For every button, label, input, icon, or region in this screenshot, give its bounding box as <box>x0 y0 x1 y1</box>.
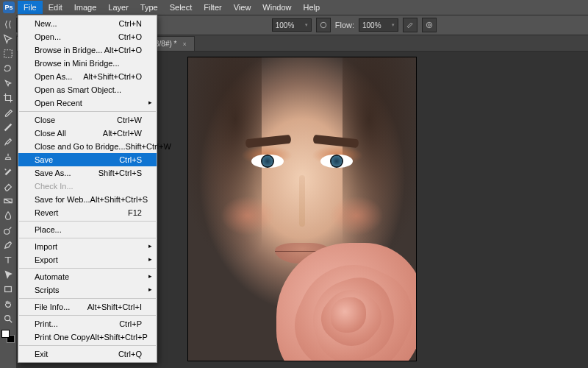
eyedropper-tool[interactable] <box>1 106 15 119</box>
menu-image[interactable]: Image <box>68 1 103 14</box>
brush-tool[interactable] <box>1 135 15 149</box>
eraser-tool[interactable] <box>1 180 15 193</box>
svg-point-2 <box>4 229 10 234</box>
menu-item-label: Open as Smart Object... <box>35 85 121 94</box>
menu-item-shortcut: Shift+Ctrl+S <box>98 169 142 177</box>
menu-separator <box>19 298 156 299</box>
path-select-tool[interactable] <box>1 268 15 281</box>
menu-item-save-for-web[interactable]: Save for Web...Alt+Shift+Ctrl+S <box>18 193 157 206</box>
menu-file[interactable]: File <box>18 1 43 14</box>
menu-item-label: Import <box>35 242 57 251</box>
menu-item-export[interactable]: Export <box>18 253 157 266</box>
hand-tool[interactable] <box>1 297 15 311</box>
menu-item-label: Close All <box>35 129 66 138</box>
close-tab-icon[interactable]: × <box>182 40 186 48</box>
menu-item-open-as-smart-object[interactable]: Open as Smart Object... <box>18 83 157 96</box>
menu-view[interactable]: View <box>228 1 257 14</box>
menu-item-scripts[interactable]: Scripts <box>18 283 157 297</box>
menu-item-save-as[interactable]: Save As...Shift+Ctrl+S <box>18 166 157 180</box>
menu-item-place[interactable]: Place... <box>18 223 157 236</box>
menu-filter[interactable]: Filter <box>198 1 227 14</box>
svg-point-7 <box>426 22 432 28</box>
svg-point-4 <box>5 316 10 321</box>
flow-field[interactable]: 100%▾ <box>359 18 398 32</box>
menu-item-label: Revert <box>35 208 58 217</box>
menu-item-close-and-go-to-bridge[interactable]: Close and Go to Bridge...Shift+Ctrl+W <box>18 140 157 153</box>
menu-item-shortcut: Alt+Shift+Ctrl+O <box>83 72 142 81</box>
menu-item-automate[interactable]: Automate <box>18 270 157 283</box>
opacity-field[interactable]: 100%▾ <box>272 18 312 32</box>
menu-item-label: New... <box>35 19 57 28</box>
gradient-tool[interactable] <box>1 194 15 208</box>
svg-rect-0 <box>4 50 12 58</box>
menu-item-import[interactable]: Import <box>18 240 157 253</box>
menu-layer[interactable]: Layer <box>102 1 135 14</box>
menu-item-open-recent[interactable]: Open Recent <box>18 96 157 110</box>
pressure-size-toggle[interactable] <box>422 18 437 32</box>
type-tool[interactable] <box>1 253 15 266</box>
menu-select[interactable]: Select <box>164 1 198 14</box>
menu-separator <box>19 315 156 316</box>
menu-item-label: Open... <box>35 32 61 41</box>
menu-item-browse-in-mini-bridge[interactable]: Browse in Mini Bridge... <box>18 57 157 70</box>
document-canvas[interactable] <box>188 57 416 361</box>
menu-item-open[interactable]: Open...Ctrl+O <box>18 30 157 43</box>
menu-item-close-all[interactable]: Close AllAlt+Ctrl+W <box>18 127 157 140</box>
menu-item-revert[interactable]: RevertF12 <box>18 206 157 219</box>
menu-item-label: Place... <box>35 225 62 234</box>
menu-type[interactable]: Type <box>135 1 164 14</box>
color-swatches[interactable] <box>1 330 15 343</box>
menu-item-shortcut: Alt+Shift+Ctrl+S <box>90 195 148 204</box>
healing-brush-tool[interactable] <box>1 121 15 134</box>
pressure-opacity-toggle[interactable] <box>316 18 331 32</box>
chevron-down-icon: ▾ <box>305 22 308 28</box>
menu-item-print-one-copy[interactable]: Print One CopyAlt+Shift+Ctrl+P <box>18 330 157 344</box>
menu-item-exit[interactable]: ExitCtrl+Q <box>18 347 157 361</box>
lasso-tool[interactable] <box>1 62 15 75</box>
menu-item-shortcut: Ctrl+Q <box>118 350 142 358</box>
menu-edit[interactable]: Edit <box>43 1 68 14</box>
rectangle-tool[interactable] <box>1 283 15 296</box>
app-logo-icon <box>3 1 15 13</box>
menu-item-label: Exit <box>35 350 48 358</box>
menu-item-check-in: Check In... <box>18 180 157 193</box>
menu-item-open-as[interactable]: Open As...Alt+Shift+Ctrl+O <box>18 70 157 83</box>
menu-item-close[interactable]: CloseCtrl+W <box>18 113 157 127</box>
menu-item-shortcut: Ctrl+P <box>119 319 142 328</box>
menu-item-shortcut: Alt+Ctrl+O <box>104 46 142 54</box>
quick-select-tool[interactable] <box>1 77 15 90</box>
pen-tool[interactable] <box>1 238 15 252</box>
zoom-tool[interactable] <box>1 312 15 325</box>
menu-separator <box>19 111 156 112</box>
blur-tool[interactable] <box>1 209 15 222</box>
menu-item-label: Save for Web... <box>35 195 90 204</box>
svg-point-6 <box>320 22 326 28</box>
history-brush-tool[interactable] <box>1 165 15 178</box>
menu-item-label: Close and Go to Bridge... <box>35 142 126 151</box>
menu-item-save[interactable]: SaveCtrl+S <box>18 153 157 166</box>
menu-separator <box>19 268 156 269</box>
menu-separator <box>19 221 156 222</box>
menu-item-new[interactable]: New...Ctrl+N <box>18 17 157 30</box>
crop-tool[interactable] <box>1 91 15 105</box>
menu-item-shortcut: Alt+Shift+Ctrl+I <box>87 302 142 311</box>
menu-window[interactable]: Window <box>257 1 297 14</box>
flow-label: Flow: <box>335 21 354 29</box>
menu-item-browse-in-bridge[interactable]: Browse in Bridge...Alt+Ctrl+O <box>18 43 157 57</box>
menu-item-file-info[interactable]: File Info...Alt+Shift+Ctrl+I <box>18 300 157 314</box>
foreground-color-swatch[interactable] <box>1 330 10 338</box>
dodge-tool[interactable] <box>1 224 15 237</box>
menu-item-label: Browse in Mini Bridge... <box>35 59 120 68</box>
menu-help[interactable]: Help <box>297 1 326 14</box>
clone-stamp-tool[interactable] <box>1 150 15 163</box>
menu-item-shortcut: Shift+Ctrl+W <box>126 142 171 151</box>
menu-item-shortcut: Ctrl+N <box>119 19 142 28</box>
file-menu-dropdown: New...Ctrl+NOpen...Ctrl+OBrowse in Bridg… <box>18 15 157 363</box>
marquee-tool[interactable] <box>1 47 15 60</box>
menu-item-print[interactable]: Print...Ctrl+P <box>18 317 157 330</box>
menu-item-label: Print One Copy <box>35 333 90 342</box>
menu-item-label: File Info... <box>35 302 70 311</box>
move-tool[interactable] <box>1 32 15 46</box>
collapse-toolbar-icon[interactable]: ⟨⟨ <box>1 18 15 31</box>
airbrush-toggle[interactable] <box>403 18 417 32</box>
